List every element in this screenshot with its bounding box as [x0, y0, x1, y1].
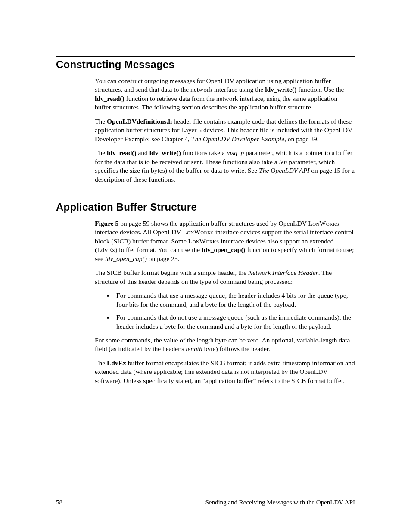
text: The — [95, 118, 107, 125]
para: You can construct outgoing messages for … — [95, 77, 355, 112]
ref-openldv-api: The OpenLDV API — [259, 167, 309, 174]
page-footer: 58 Sending and Receiving Messages with t… — [56, 499, 355, 506]
bullet-list: For commands that use a message queue, t… — [95, 291, 355, 331]
func-ldv-open-cap-ref: ldv_open_cap() — [105, 255, 147, 262]
term-lonworks: LonWorks — [188, 237, 219, 245]
text: The — [95, 149, 107, 156]
para: The ldv_read() and ldv_write() functions… — [95, 149, 355, 184]
text: byte) follows the header. — [202, 345, 270, 352]
func-ldv-read: ldv_read() — [95, 95, 125, 102]
term-length: length — [186, 345, 202, 352]
para: Figure 5 on page 59 shows the applicatio… — [95, 219, 355, 263]
ref-developer-example: The OpenLDV Developer Example — [191, 135, 284, 143]
text: , on page 89. — [284, 135, 319, 143]
heading-constructing-messages: Constructing Messages — [56, 59, 355, 71]
para: The SICB buffer format begins with a sim… — [95, 268, 355, 286]
body-appbuf: Figure 5 on page 59 shows the applicatio… — [95, 219, 355, 385]
func-ldv-open-cap: ldv_open_cap() — [202, 246, 246, 253]
param-len: len — [279, 158, 287, 165]
text: The — [95, 359, 107, 367]
footer-title: Sending and Receiving Messages with the … — [205, 499, 355, 506]
func-ldv-read: ldv_read() — [107, 149, 137, 156]
para: The OpenLDVdefinitions.h header file con… — [95, 117, 355, 143]
heading-application-buffer-structure: Application Buffer Structure — [56, 201, 355, 213]
term-network-interface-header: Network Interface Header — [248, 269, 318, 276]
text: functions take a — [181, 149, 227, 156]
term-lonworks: LonWorks — [183, 228, 214, 236]
text: The SICB buffer format begins with a sim… — [95, 269, 248, 276]
list-item: For commands that do not use a message q… — [114, 313, 355, 331]
text: and — [137, 149, 149, 156]
para: The LdvEx buffer format encapsulates the… — [95, 359, 355, 385]
func-ldv-write: ldv_write() — [149, 149, 181, 156]
ref-figure-5: Figure 5 — [95, 220, 118, 227]
body-constructing: You can construct outgoing messages for … — [95, 77, 355, 184]
file-openldvdefinitions: OpenLDVdefinitions.h — [107, 118, 172, 125]
term-ldvex: LdvEx — [107, 359, 126, 367]
text: function to retrieve data from the netwo… — [95, 95, 337, 111]
text: on page 25. — [147, 255, 180, 262]
page-number: 58 — [56, 499, 62, 506]
para: For some commands, the value of the leng… — [95, 336, 355, 354]
text: on page 59 shows the application buffer … — [118, 220, 308, 227]
list-item: For commands that use a message queue, t… — [114, 291, 355, 309]
text: buffer format encapsulates the SICB form… — [95, 359, 355, 384]
section-rule — [56, 56, 355, 57]
text: function. Use the — [296, 86, 344, 93]
section-rule — [56, 199, 355, 199]
func-ldv-write: ldv_write() — [265, 86, 296, 93]
term-lonworks: LonWorks — [308, 220, 339, 227]
param-msg-p: msg_p — [227, 149, 244, 156]
spacer — [56, 189, 355, 199]
text: interface devices. All OpenLDV — [95, 228, 183, 236]
document-page: Constructing Messages You can construct … — [0, 0, 411, 532]
